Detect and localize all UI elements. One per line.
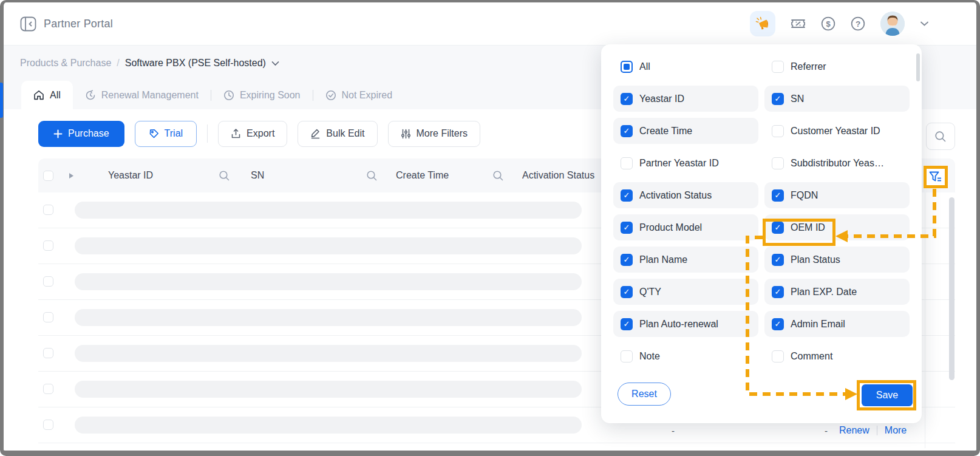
promotions-button[interactable] bbox=[750, 11, 775, 36]
checkbox-icon: ✓ bbox=[621, 222, 633, 234]
coupon-button[interactable] bbox=[791, 17, 806, 30]
help-button[interactable]: ? bbox=[851, 16, 865, 31]
tab-not-expired[interactable]: Not Expired bbox=[313, 81, 405, 109]
table-search-button[interactable] bbox=[926, 123, 955, 150]
row-checkbox[interactable] bbox=[43, 205, 53, 215]
search-icon bbox=[934, 131, 947, 143]
loading-skeleton bbox=[75, 309, 582, 326]
column-header-yeastar-id[interactable]: Yeastar ID bbox=[108, 158, 153, 192]
column-option-all[interactable]: All bbox=[613, 53, 758, 80]
column-header-create-time[interactable]: Create Time bbox=[396, 158, 449, 192]
megaphone-icon bbox=[755, 16, 771, 32]
checkbox-icon: ✓ bbox=[621, 157, 633, 169]
column-option-plan-name[interactable]: ✓ Plan Name bbox=[613, 247, 758, 273]
column-header-activation-status[interactable]: Activation Status bbox=[522, 158, 594, 192]
row-checkbox[interactable] bbox=[43, 276, 53, 287]
column-settings-panel: All ✓ Referrer ✓ Yeastar ID ✓ SN ✓ Creat… bbox=[601, 44, 922, 423]
search-icon[interactable] bbox=[492, 170, 504, 182]
trial-button[interactable]: Trial bbox=[135, 121, 197, 147]
billing-button[interactable]: $ bbox=[821, 16, 835, 31]
sidebar-collapse-icon[interactable] bbox=[20, 16, 36, 32]
loading-skeleton bbox=[75, 237, 582, 254]
toolbar-divider bbox=[207, 124, 208, 143]
breadcrumb-section[interactable]: Products & Purchase bbox=[20, 58, 111, 69]
column-option-fqdn[interactable]: ✓ FQDN bbox=[764, 182, 910, 208]
bulk-edit-button[interactable]: Bulk Edit bbox=[298, 121, 377, 147]
column-option-admin-email[interactable]: ✓ Admin Email bbox=[764, 311, 910, 337]
checkbox-icon: ✓ bbox=[621, 318, 633, 330]
row-checkbox[interactable] bbox=[43, 420, 53, 430]
checkbox-icon: ✓ bbox=[621, 189, 633, 202]
checkbox-icon: ✓ bbox=[772, 157, 784, 169]
fixed-column-divider bbox=[925, 192, 925, 448]
tab-all[interactable]: All bbox=[21, 81, 73, 109]
search-icon[interactable] bbox=[219, 170, 230, 182]
column-option-product-model[interactable]: ✓ Product Model bbox=[613, 214, 758, 240]
search-icon[interactable] bbox=[366, 170, 378, 182]
column-option-referrer[interactable]: ✓ Referrer bbox=[764, 53, 910, 80]
column-header-sn[interactable]: SN bbox=[251, 158, 264, 192]
indeterminate-checkbox-icon bbox=[621, 61, 633, 73]
tab-renewal-management[interactable]: Renewal Management bbox=[73, 81, 211, 109]
row-checkbox[interactable] bbox=[43, 240, 53, 251]
svg-text:$: $ bbox=[826, 19, 831, 29]
table-cell-empty: - bbox=[825, 426, 828, 436]
panel-scrollbar[interactable] bbox=[916, 53, 920, 81]
clock-icon bbox=[223, 90, 234, 101]
more-filters-button[interactable]: More Filters bbox=[388, 121, 480, 147]
column-option-note[interactable]: ✓ Note bbox=[613, 343, 758, 364]
save-button-highlight bbox=[857, 380, 916, 410]
pencil-icon bbox=[310, 128, 321, 139]
loading-skeleton bbox=[75, 273, 582, 290]
checkbox-icon: ✓ bbox=[772, 318, 784, 330]
expand-all-icon[interactable] bbox=[68, 172, 74, 179]
column-filter-button-highlight[interactable] bbox=[924, 166, 948, 188]
purchase-button[interactable]: Purchase bbox=[38, 121, 124, 147]
column-option-comment[interactable]: ✓ Comment bbox=[764, 343, 910, 364]
renew-link[interactable]: Renew bbox=[839, 425, 869, 436]
row-checkbox[interactable] bbox=[43, 384, 53, 394]
tab-label: Not Expired bbox=[342, 90, 393, 101]
top-header: Partner Portal bbox=[4, 2, 976, 46]
account-menu-chevron-icon[interactable] bbox=[920, 21, 929, 27]
column-option-create-time[interactable]: ✓ Create Time bbox=[613, 118, 758, 144]
home-icon bbox=[33, 90, 44, 100]
checkbox-icon: ✓ bbox=[621, 93, 633, 105]
breadcrumb-current[interactable]: Software PBX (PSE Self-hosted) bbox=[125, 58, 266, 69]
column-option-partner-yeastar-id[interactable]: ✓ Partner Yeastar ID bbox=[613, 150, 758, 176]
loading-skeleton bbox=[75, 417, 582, 434]
column-option-customer-yeastar-id[interactable]: ✓ Customer Yeastar ID bbox=[764, 118, 910, 144]
select-all-checkbox[interactable] bbox=[43, 171, 53, 181]
checkbox-icon: ✓ bbox=[621, 350, 633, 362]
column-option-activation-status[interactable]: ✓ Activation Status bbox=[613, 182, 758, 208]
plus-icon bbox=[53, 129, 63, 138]
column-option-plan-exp-date[interactable]: ✓ Plan EXP. Date bbox=[764, 279, 910, 305]
tab-expiring-soon[interactable]: Expiring Soon bbox=[211, 81, 313, 109]
loading-skeleton bbox=[75, 345, 582, 362]
table-scrollbar[interactable] bbox=[949, 197, 954, 380]
app-title: Partner Portal bbox=[44, 18, 113, 30]
user-avatar[interactable] bbox=[880, 12, 905, 36]
column-option-yeastar-id[interactable]: ✓ Yeastar ID bbox=[613, 86, 758, 112]
tab-label: All bbox=[50, 90, 61, 101]
export-button[interactable]: Export bbox=[218, 121, 287, 147]
column-option-sn[interactable]: ✓ SN bbox=[764, 86, 910, 112]
column-filter-icon bbox=[929, 171, 942, 183]
column-option-plan-auto-renewal[interactable]: ✓ Plan Auto-renewal bbox=[613, 311, 758, 337]
more-link[interactable]: More bbox=[885, 425, 907, 436]
breadcrumb: Products & Purchase / Software PBX (PSE … bbox=[20, 58, 279, 69]
toolbar: Purchase Trial Export Bulk Edit bbox=[38, 120, 480, 147]
breadcrumb-chevron-icon bbox=[271, 61, 279, 66]
column-option-plan-status[interactable]: ✓ Plan Status bbox=[764, 247, 910, 273]
column-options-list: All ✓ Referrer ✓ Yeastar ID ✓ SN ✓ Creat… bbox=[613, 53, 910, 364]
oem-id-option-highlight bbox=[763, 219, 835, 246]
checkbox-icon: ✓ bbox=[772, 125, 784, 137]
reset-button[interactable]: Reset bbox=[618, 383, 671, 406]
checkbox-icon: ✓ bbox=[772, 93, 784, 105]
brand: Partner Portal bbox=[20, 16, 113, 32]
row-checkbox[interactable] bbox=[43, 312, 53, 322]
column-option-qty[interactable]: ✓ Q'TY bbox=[613, 279, 758, 305]
row-checkbox[interactable] bbox=[43, 348, 53, 358]
export-icon bbox=[231, 128, 241, 139]
column-option-subdistributor-yeastar-id[interactable]: ✓ Subdistributor Yeastar ID bbox=[764, 150, 910, 176]
